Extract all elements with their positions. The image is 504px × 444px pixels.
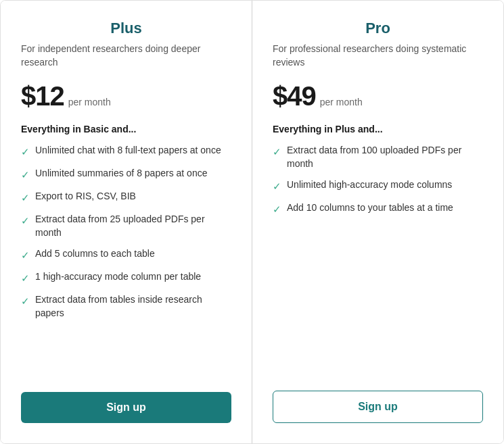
pro-features-header: Everything in Plus and... — [273, 124, 483, 134]
pro-signup-button[interactable]: Sign up — [273, 391, 483, 423]
plus-subtitle: For independent researchers doing deeper… — [21, 43, 231, 69]
list-item: ✓ Add 5 columns to each table — [21, 247, 231, 262]
check-icon: ✓ — [21, 145, 30, 159]
plus-feature-1: Unlimited chat with 8 full-text papers a… — [35, 144, 221, 157]
pro-feature-3: Add 10 columns to your tables at a time — [287, 201, 453, 215]
check-icon: ✓ — [273, 179, 281, 193]
plus-features-list: ✓ Unlimited chat with 8 full-text papers… — [21, 144, 231, 376]
pro-features-list: ✓ Extract data from 100 uploaded PDFs pe… — [273, 144, 483, 374]
check-icon: ✓ — [21, 214, 30, 228]
pro-period: per month — [320, 97, 363, 107]
pro-feature-2: Unlimited high-accuracy mode columns — [287, 178, 452, 192]
check-icon: ✓ — [21, 191, 30, 205]
plus-price-row: $12 per month — [21, 81, 231, 112]
plus-feature-6: 1 high-accuracy mode column per table — [35, 270, 201, 284]
list-item: ✓ Add 10 columns to your tables at a tim… — [273, 201, 483, 216]
check-icon: ✓ — [21, 271, 30, 285]
list-item: ✓ 1 high-accuracy mode column per table — [21, 270, 231, 285]
list-item: ✓ Unlimited summaries of 8 papers at onc… — [21, 167, 231, 182]
check-icon: ✓ — [21, 168, 30, 182]
pro-price: $49 — [273, 81, 316, 112]
plus-period: per month — [68, 97, 111, 107]
list-item: ✓ Unlimited chat with 8 full-text papers… — [21, 144, 231, 159]
pro-title: Pro — [273, 20, 483, 37]
plus-feature-7: Extract data from tables inside research… — [35, 293, 231, 320]
plan-plus: Plus For independent researchers doing d… — [1, 1, 252, 443]
plus-features-header: Everything in Basic and... — [21, 124, 231, 134]
pro-price-row: $49 per month — [273, 81, 483, 112]
plus-price: $12 — [21, 81, 64, 112]
plus-feature-4: Extract data from 25 uploaded PDFs per m… — [35, 213, 231, 239]
plus-feature-2: Unlimited summaries of 8 papers at once — [35, 167, 207, 180]
plus-title: Plus — [21, 20, 231, 37]
list-item: ✓ Extract data from tables inside resear… — [21, 293, 231, 320]
pro-subtitle: For professional researchers doing syste… — [273, 43, 483, 69]
plus-feature-3: Export to RIS, CSV, BIB — [35, 190, 136, 203]
check-icon: ✓ — [21, 248, 30, 262]
pricing-container: Plus For independent researchers doing d… — [0, 0, 504, 444]
list-item: ✓ Export to RIS, CSV, BIB — [21, 190, 231, 205]
check-icon: ✓ — [273, 202, 281, 216]
list-item: ✓ Extract data from 25 uploaded PDFs per… — [21, 213, 231, 239]
plan-pro: Pro For professional researchers doing s… — [252, 1, 503, 443]
check-icon: ✓ — [21, 294, 30, 308]
plus-signup-button[interactable]: Sign up — [21, 392, 231, 423]
list-item: ✓ Unlimited high-accuracy mode columns — [273, 178, 483, 193]
pro-feature-1: Extract data from 100 uploaded PDFs per … — [287, 144, 483, 170]
check-icon: ✓ — [273, 145, 281, 159]
plus-feature-5: Add 5 columns to each table — [35, 247, 155, 261]
list-item: ✓ Extract data from 100 uploaded PDFs pe… — [273, 144, 483, 170]
